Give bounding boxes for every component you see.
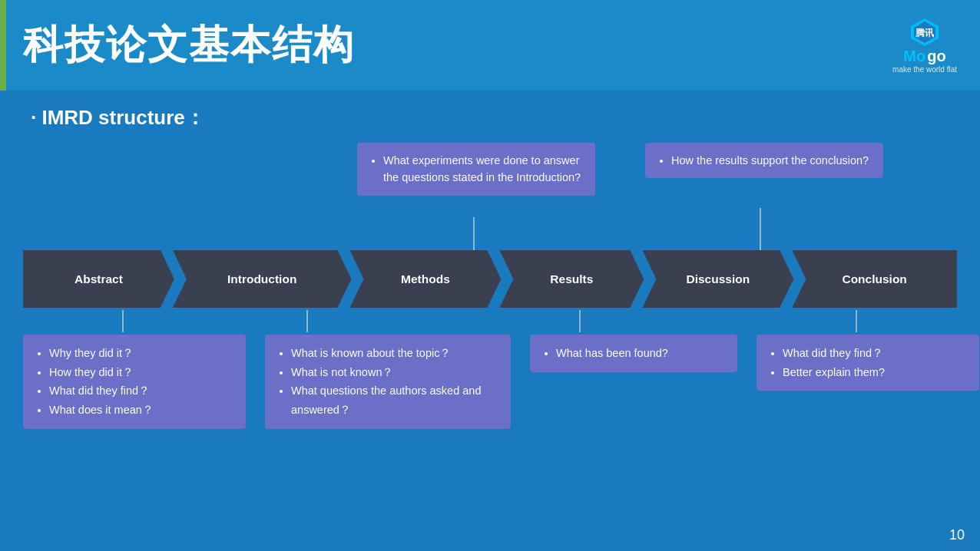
logo-icon: 腾讯	[909, 17, 940, 48]
abstract-item-4: What does it mean？	[49, 401, 233, 420]
green-accent-bar	[0, 0, 6, 91]
arrow-introduction: Introduction	[173, 250, 352, 308]
intro-callout-box: What is known about the topic？ What is n…	[265, 335, 511, 429]
content-area: · IMRD structure： W	[0, 91, 980, 551]
conclusion-callout-box: What did they find？ Better explain them?	[757, 335, 979, 391]
diagram: What experiments were done to answer the…	[23, 139, 957, 551]
logo-go: go	[927, 48, 945, 65]
arrow-abstract: Abstract	[23, 250, 174, 308]
arrow-methods: Methods	[349, 250, 501, 308]
arrow-results: Results	[499, 250, 644, 308]
arrow-discussion: Discussion	[642, 250, 793, 308]
methods-callout-item: What experiments were done to answer the…	[383, 152, 583, 186]
intro-item-1: What is known about the topic？	[291, 344, 498, 363]
slide: 科技论文基本结构 腾讯 Mo go make the world flat · …	[0, 0, 980, 551]
imrd-label: · IMRD structure：	[23, 106, 205, 129]
intro-item-2: What is not known？	[291, 363, 498, 382]
intro-item-3: What questions the authors asked and ans…	[291, 381, 498, 419]
abstract-callout-box: Why they did it？ How they did it？ What d…	[23, 335, 246, 429]
svg-text:腾讯: 腾讯	[915, 28, 935, 38]
abstract-item-2: How they did it？	[49, 363, 233, 382]
abstract-item-1: Why they did it？	[49, 344, 233, 363]
logo-mo: Mo	[903, 48, 925, 65]
arrow-conclusion: Conclusion	[792, 250, 957, 308]
arrow-strip: Abstract Introduction Methods Results Di…	[23, 250, 957, 308]
results-callout-box: What has been found?	[530, 335, 737, 372]
logo-tagline: make the world flat	[892, 65, 957, 74]
header-bar: 科技论文基本结构 腾讯 Mo go make the world flat	[0, 0, 980, 91]
discussion-callout-box: How the results support the conclusion?	[645, 143, 883, 178]
logo-area: 腾讯 Mo go make the world flat	[892, 17, 957, 74]
methods-callout-box: What experiments were done to answer the…	[357, 143, 595, 196]
discussion-callout-item: How the results support the conclusion?	[671, 152, 871, 169]
conclusion-item-1: What did they find？	[783, 344, 967, 363]
page-number: 10	[949, 527, 965, 543]
abstract-item-3: What did they find？	[49, 381, 233, 401]
slide-title: 科技论文基本结构	[23, 18, 355, 72]
conclusion-item-2: Better explain them?	[783, 363, 967, 382]
results-item-1: What has been found?	[556, 344, 725, 363]
